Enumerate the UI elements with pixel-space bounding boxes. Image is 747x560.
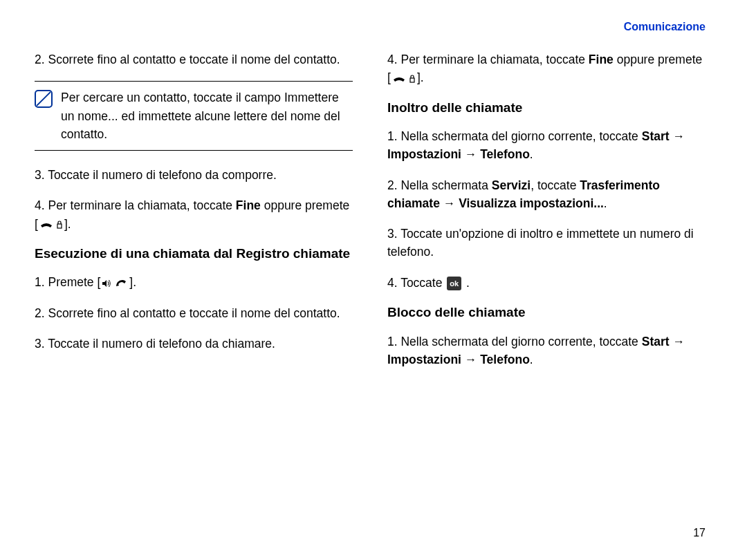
step-text: Toccate il numero di telefono da chiamar… (48, 337, 275, 351)
arrow-icon: → (465, 147, 477, 161)
content-columns: 2. Scorrete fino al contatto e toccate i… (35, 50, 706, 539)
list-item: 3. Toccate un'opzione di inoltro e immet… (387, 225, 706, 261)
step-text-pre: Nella schermata del giorno corrente, toc… (400, 129, 641, 143)
path-start: Start (642, 129, 670, 143)
path-settings: Impostazioni (387, 353, 461, 366)
list-item: 1. Nella schermata del giorno corrente, … (387, 127, 706, 164)
step-text-pre: Per terminare la chiamata, toccate (48, 198, 235, 212)
arrow-icon: → (672, 129, 685, 143)
fine-bold: Fine (589, 53, 614, 66)
phone-end-key-icon (39, 220, 63, 230)
list-item: 3. Toccate il numero di telefono da comp… (35, 166, 353, 184)
step-number: 1. (387, 335, 400, 348)
phone-end-key-icon (392, 74, 416, 84)
svg-rect-1 (410, 78, 414, 82)
step-number: 1. (387, 129, 400, 143)
ok-button-icon: ok (447, 277, 461, 291)
arrow-icon: → (465, 353, 477, 366)
fine-bold: Fine (236, 198, 261, 212)
subheading-blocking: Blocco delle chiamate (387, 304, 706, 321)
step-text-mid: , toccate (531, 178, 580, 192)
note-icon (35, 90, 53, 108)
step-number: 4. (387, 276, 400, 290)
step-number: 2. (387, 178, 400, 192)
list-item: 1. Premete []. (35, 273, 353, 291)
path-phone: Telefono (480, 353, 530, 366)
speaker-phone-key-icon (102, 279, 128, 288)
subheading-forwarding: Inoltro delle chiamate (387, 100, 706, 117)
list-item: 2. Scorrete fino al contatto e toccate i… (35, 50, 353, 68)
page-number: 17 (693, 527, 706, 539)
arrow-icon: → (672, 335, 685, 348)
list-item: 4. Per terminare la chiamata, toccate Fi… (35, 196, 353, 233)
step-text-pre: Nella schermata (400, 178, 491, 192)
step-number: 3. (35, 337, 48, 351)
note-text: Per cercare un contatto, toccate il camp… (61, 88, 353, 143)
step-number: 3. (35, 168, 48, 182)
step-text-end: ]. (417, 71, 424, 84)
path-view-settings: Visualizza impostazioni... (459, 196, 604, 210)
period: . (466, 276, 470, 290)
step-text: Scorrete fino al contatto e toccate il n… (48, 306, 340, 320)
list-item: 1. Nella schermata del giorno corrente, … (387, 333, 706, 369)
step-text: Toccate un'opzione di inoltro e immettet… (387, 227, 694, 259)
period: . (604, 196, 607, 210)
step-text: Toccate (400, 276, 445, 290)
path-start: Start (642, 335, 670, 348)
step-text: Toccate il numero di telefono da comporr… (48, 168, 277, 182)
list-item: 2. Nella schermata Servizi, toccate Tras… (387, 176, 706, 213)
step-text-post: ]. (129, 275, 136, 289)
list-item: 3. Toccate il numero di telefono da chia… (35, 335, 353, 353)
step-number: 2. (35, 53, 48, 66)
list-item: 4. Toccate ok . (387, 274, 706, 292)
path-settings: Impostazioni (387, 147, 461, 161)
step-text: Scorrete fino al contatto e toccate il n… (48, 53, 340, 66)
step-number: 3. (387, 227, 400, 241)
step-number: 2. (35, 306, 48, 320)
servizi-bold: Servizi (492, 178, 531, 192)
step-number: 4. (387, 53, 400, 66)
page-container: Comunicazione 2. Scorrete fino al contat… (0, 0, 747, 560)
header-title: Comunicazione (624, 21, 706, 32)
period: . (530, 147, 533, 161)
period: . (530, 353, 533, 366)
step-text-pre: Nella schermata del giorno corrente, toc… (400, 335, 641, 348)
subheading-call-log: Esecuzione di una chiamata dal Registro … (35, 245, 353, 263)
step-text-pre: Per terminare la chiamata, toccate (400, 53, 588, 66)
right-column: 4. Per terminare la chiamata, toccate Fi… (387, 50, 706, 539)
step-number: 1. (35, 275, 48, 289)
step-text-pre: Premete [ (48, 275, 100, 289)
step-text-end: ]. (64, 217, 71, 231)
arrow-icon: → (443, 196, 456, 210)
list-item: 2. Scorrete fino al contatto e toccate i… (35, 304, 353, 322)
page-header: Comunicazione (35, 21, 706, 33)
note-box: Per cercare un contatto, toccate il camp… (35, 81, 353, 151)
left-column: 2. Scorrete fino al contatto e toccate i… (35, 50, 353, 539)
path-phone: Telefono (480, 147, 530, 161)
step-number: 4. (35, 198, 48, 212)
svg-rect-0 (57, 224, 62, 228)
list-item: 4. Per terminare la chiamata, toccate Fi… (387, 50, 706, 87)
